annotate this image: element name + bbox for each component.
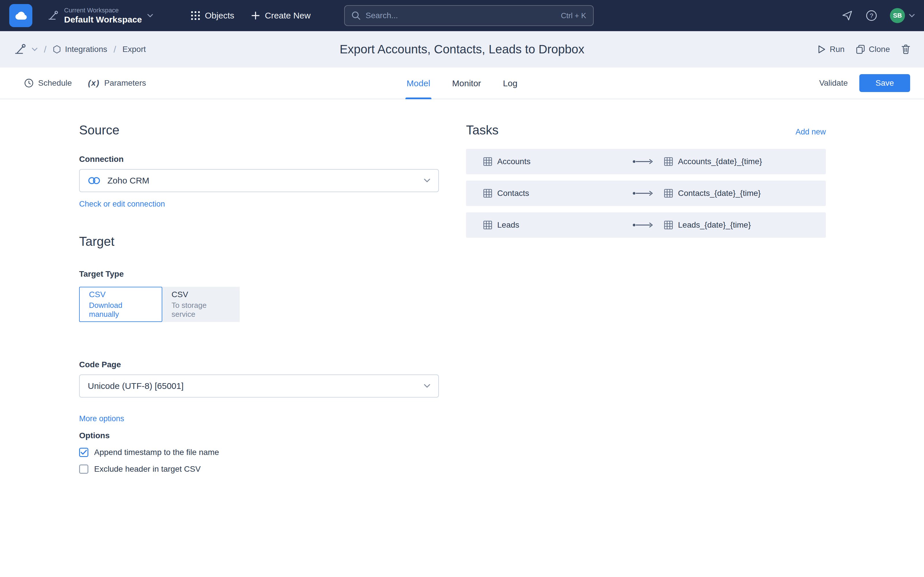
breadcrumb-separator: /	[44, 44, 47, 55]
source-heading: Source	[79, 123, 439, 137]
toolbar-right-group: Validate Save	[819, 74, 910, 92]
code-page-value: Unicode (UTF-8) [65001]	[88, 381, 184, 391]
tasks-panel: Tasks Add new Accounts Accounts_{date}_{…	[466, 99, 826, 238]
target-type-options: CSV Download manually CSV To storage ser…	[79, 287, 439, 322]
target-heading: Target	[79, 234, 439, 249]
topbar-right-group: ? SB	[842, 8, 915, 23]
task-target-name: Accounts_{date}_{time}	[678, 157, 762, 166]
search-icon	[352, 11, 360, 20]
trash-icon	[901, 44, 910, 54]
check-edit-connection-link[interactable]: Check or edit connection	[79, 200, 165, 209]
target-type-csv-storage[interactable]: CSV To storage service	[162, 287, 240, 322]
chevron-down-icon	[909, 14, 915, 17]
chevron-down-icon	[424, 384, 430, 388]
copy-icon	[856, 45, 865, 54]
card-title: CSV	[171, 290, 230, 299]
table-icon	[664, 189, 673, 198]
breadcrumb-bar: / Integrations / Export Export Accounts,…	[0, 31, 924, 68]
card-subtitle: Download manually	[89, 301, 152, 319]
account-menu[interactable]: SB	[890, 8, 915, 23]
grid-icon	[191, 11, 200, 20]
breadcrumb-separator: /	[113, 44, 116, 55]
editor-toolbar: Schedule (x) Parameters Model Monitor Lo…	[0, 68, 924, 99]
tab-model[interactable]: Model	[407, 68, 430, 99]
mapping-arrow-icon	[632, 222, 654, 228]
mapping-arrow-icon	[632, 159, 654, 164]
breadcrumb-export[interactable]: Export	[123, 45, 146, 54]
delete-button[interactable]	[901, 44, 910, 54]
task-row-accounts[interactable]: Accounts Accounts_{date}_{time}	[466, 149, 826, 174]
tasks-heading: Tasks	[466, 123, 498, 137]
create-new-button[interactable]: Create New	[252, 11, 310, 21]
svg-text:?: ?	[870, 12, 873, 19]
parameters-label: Parameters	[104, 79, 146, 88]
chevron-down-icon	[32, 48, 37, 51]
run-label: Run	[830, 45, 844, 54]
schedule-label: Schedule	[38, 79, 72, 88]
tasks-header: Tasks Add new	[466, 123, 826, 137]
code-page-select[interactable]: Unicode (UTF-8) [65001]	[79, 374, 439, 398]
checkbox-unchecked[interactable]	[79, 464, 88, 474]
workspace-icon	[47, 10, 59, 21]
connection-value: Zoho CRM	[107, 176, 149, 185]
save-button[interactable]: Save	[859, 74, 910, 92]
table-icon	[483, 157, 492, 166]
checkbox-label: Exclude header in target CSV	[94, 464, 201, 474]
plus-icon	[252, 11, 260, 19]
breadcrumb-integrations[interactable]: Integrations	[53, 45, 107, 54]
task-source-name: Leads	[497, 221, 519, 230]
play-icon	[818, 45, 825, 54]
source-target-panel: Source Connection Zoho CRM Check or edit…	[79, 99, 439, 474]
workspace-label: Current Workspace	[64, 6, 142, 15]
task-target-name: Contacts_{date}_{time}	[678, 189, 761, 198]
package-icon	[53, 45, 61, 54]
help-button[interactable]: ?	[866, 10, 877, 21]
target-type-csv-manual[interactable]: CSV Download manually	[79, 287, 162, 322]
run-button[interactable]: Run	[818, 45, 844, 54]
parameters-fx-icon: (x)	[88, 79, 100, 88]
more-options-link[interactable]: More options	[79, 414, 124, 423]
app-logo[interactable]	[9, 4, 32, 27]
search-shortcut-hint: Ctrl + K	[561, 11, 586, 20]
clone-button[interactable]: Clone	[856, 45, 890, 54]
table-icon	[483, 189, 492, 198]
workspace-switcher[interactable]: Current Workspace Default Workspace	[47, 6, 153, 25]
connection-link-icon	[88, 177, 100, 185]
clone-label: Clone	[869, 45, 890, 54]
breadcrumb-export-label: Export	[123, 45, 146, 54]
connection-select[interactable]: Zoho CRM	[79, 169, 439, 192]
tab-monitor[interactable]: Monitor	[452, 68, 481, 99]
target-type-label: Target Type	[79, 269, 439, 279]
objects-button[interactable]: Objects	[191, 11, 234, 21]
exclude-header-checkbox-row[interactable]: Exclude header in target CSV	[79, 464, 439, 474]
objects-label: Objects	[205, 11, 234, 21]
page-title: Export Accounts, Contacts, Leads to Drop…	[339, 42, 584, 56]
schedule-button[interactable]: Schedule	[24, 79, 72, 88]
checkbox-checked[interactable]	[79, 448, 88, 457]
tab-log[interactable]: Log	[503, 68, 517, 99]
append-timestamp-checkbox-row[interactable]: Append timestamp to the file name	[79, 448, 439, 457]
avatar: SB	[890, 8, 905, 23]
validate-button[interactable]: Validate	[819, 79, 848, 88]
task-row-contacts[interactable]: Contacts Contacts_{date}_{time}	[466, 181, 826, 206]
add-new-task-link[interactable]: Add new	[795, 127, 826, 137]
task-target-name: Leads_{date}_{time}	[678, 221, 751, 230]
card-subtitle: To storage service	[171, 301, 230, 319]
search-bar: Ctrl + K	[344, 5, 594, 26]
integration-kind-button[interactable]	[14, 44, 37, 55]
create-new-label: Create New	[265, 11, 310, 21]
task-row-leads[interactable]: Leads Leads_{date}_{time}	[466, 212, 826, 238]
task-source-name: Contacts	[497, 189, 529, 198]
checkbox-label: Append timestamp to the file name	[94, 448, 219, 457]
chevron-down-icon	[147, 14, 153, 17]
code-page-label: Code Page	[79, 360, 439, 369]
parameters-button[interactable]: (x) Parameters	[88, 79, 146, 88]
chevron-down-icon	[424, 179, 430, 183]
connection-label: Connection	[79, 155, 439, 164]
integration-kind-icon	[14, 44, 27, 55]
card-title: CSV	[89, 290, 152, 299]
feedback-send-button[interactable]	[842, 10, 853, 21]
tab-bar: Model Monitor Log	[407, 68, 517, 99]
search-input[interactable]	[365, 11, 556, 20]
cloud-icon	[14, 11, 28, 21]
